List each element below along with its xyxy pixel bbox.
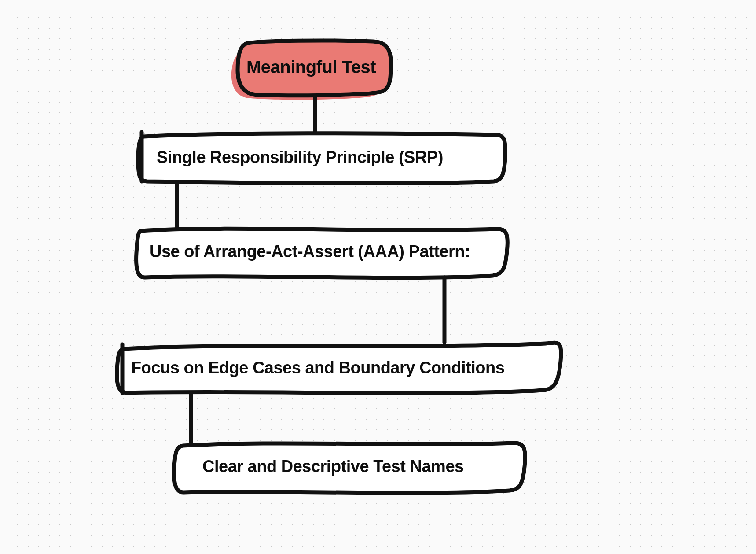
diagram-canvas: Meaningful Test Single Responsibility Pr…	[0, 0, 756, 554]
node-4-label: Clear and Descriptive Test Names	[202, 457, 464, 476]
root-node-label: Meaningful Test	[246, 57, 376, 77]
node-3-label: Focus on Edge Cases and Boundary Conditi…	[131, 358, 504, 377]
node-2-label: Use of Arrange-Act-Assert (AAA) Pattern:	[150, 242, 470, 261]
node-1-label: Single Responsibility Principle (SRP)	[157, 148, 443, 167]
